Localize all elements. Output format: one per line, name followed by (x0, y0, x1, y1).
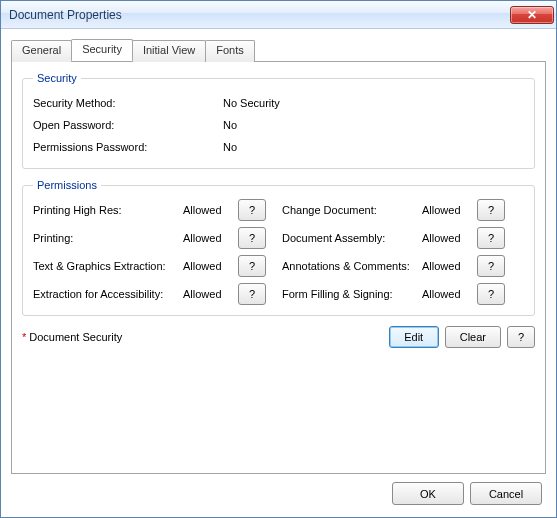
perm-form-filling-value: Allowed (422, 288, 477, 300)
perm-accessibility-help-button[interactable]: ? (238, 283, 266, 305)
document-properties-dialog: Document Properties ✕ General Security I… (0, 0, 557, 518)
permissions-password-label: Permissions Password: (33, 141, 223, 153)
edit-button[interactable]: Edit (389, 326, 439, 348)
perm-printing-help-button[interactable]: ? (238, 227, 266, 249)
security-group: Security Security Method: No Security Op… (22, 72, 535, 169)
ok-button[interactable]: OK (392, 482, 464, 505)
open-password-label: Open Password: (33, 119, 223, 131)
perm-annotations-label: Annotations & Comments: (282, 260, 422, 272)
perm-change-doc-help-button[interactable]: ? (477, 199, 505, 221)
tab-panel-security: Security Security Method: No Security Op… (11, 61, 546, 474)
perm-accessibility-value: Allowed (183, 288, 238, 300)
perm-printing-hires-label: Printing High Res: (33, 204, 183, 216)
titlebar: Document Properties ✕ (1, 1, 556, 29)
perm-text-extract-value: Allowed (183, 260, 238, 272)
tab-general[interactable]: General (11, 40, 72, 62)
cancel-button[interactable]: Cancel (470, 482, 542, 505)
perm-form-filling-help-button[interactable]: ? (477, 283, 505, 305)
dialog-button-row: OK Cancel (11, 474, 546, 509)
perm-printing-label: Printing: (33, 232, 183, 244)
document-security-row: * Document Security Edit Clear ? (22, 326, 535, 348)
perm-printing-hires-help-button[interactable]: ? (238, 199, 266, 221)
permissions-legend: Permissions (33, 179, 101, 191)
perm-printing-hires-value: Allowed (183, 204, 238, 216)
document-security-help-button[interactable]: ? (507, 326, 535, 348)
document-security-label: Document Security (29, 331, 122, 343)
security-method-label: Security Method: (33, 97, 223, 109)
tab-initial-view[interactable]: Initial View (132, 40, 206, 62)
clear-button[interactable]: Clear (445, 326, 501, 348)
perm-text-extract-help-button[interactable]: ? (238, 255, 266, 277)
perm-form-filling-label: Form Filling & Signing: (282, 288, 422, 300)
perm-annotations-value: Allowed (422, 260, 477, 272)
perm-doc-assembly-value: Allowed (422, 232, 477, 244)
perm-change-doc-value: Allowed (422, 204, 477, 216)
security-legend: Security (33, 72, 81, 84)
tab-security[interactable]: Security (71, 39, 133, 61)
open-password-value: No (223, 119, 237, 131)
permissions-password-value: No (223, 141, 237, 153)
permissions-group: Permissions Printing High Res: Allowed ?… (22, 179, 535, 316)
content-area: General Security Initial View Fonts Secu… (1, 29, 556, 517)
perm-annotations-help-button[interactable]: ? (477, 255, 505, 277)
perm-change-doc-label: Change Document: (282, 204, 422, 216)
perm-doc-assembly-label: Document Assembly: (282, 232, 422, 244)
perm-accessibility-label: Extraction for Accessibility: (33, 288, 183, 300)
required-star-icon: * (22, 331, 26, 343)
tab-strip: General Security Initial View Fonts (11, 39, 546, 61)
tab-fonts[interactable]: Fonts (205, 40, 255, 62)
security-method-value: No Security (223, 97, 280, 109)
close-button[interactable]: ✕ (510, 6, 554, 24)
perm-doc-assembly-help-button[interactable]: ? (477, 227, 505, 249)
perm-text-extract-label: Text & Graphics Extraction: (33, 260, 183, 272)
perm-printing-value: Allowed (183, 232, 238, 244)
close-icon: ✕ (527, 8, 537, 22)
window-title: Document Properties (9, 8, 510, 22)
